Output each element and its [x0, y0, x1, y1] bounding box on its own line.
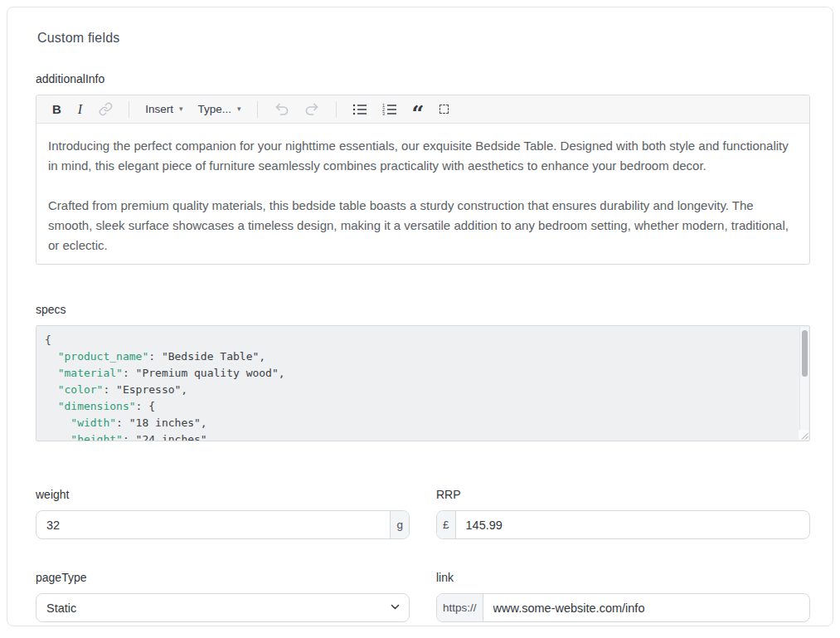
caret-down-icon: ▾ — [237, 105, 241, 113]
rrp-field: RRP £ — [436, 488, 810, 539]
rich-text-editor: B I Insert ▾ Type... ▾ — [36, 95, 810, 265]
redo-button[interactable] — [298, 98, 327, 121]
rrp-input-group: £ — [436, 510, 810, 539]
specs-scrollbar[interactable] — [799, 327, 808, 430]
italic-button[interactable]: I — [70, 98, 90, 121]
page-type-select[interactable]: Static — [36, 593, 410, 622]
pagetype-link-row: pageType Static link https:// — [36, 571, 810, 622]
weight-rrp-row: weight g RRP £ — [36, 488, 810, 539]
rrp-input[interactable] — [456, 511, 809, 538]
weight-field: weight g — [36, 488, 410, 539]
specs-section: specs { "product_name": "Bedside Table",… — [36, 303, 810, 441]
editor-paragraph: Introducing the perfect companion for yo… — [48, 136, 798, 176]
specs-code-content: { "product_name": "Bedside Table", "mate… — [36, 326, 809, 441]
scrollbar-thumb[interactable] — [802, 330, 808, 377]
editor-toolbar: B I Insert ▾ Type... ▾ — [36, 95, 809, 124]
dashed-square-icon — [439, 105, 449, 114]
container-block-button[interactable] — [433, 98, 455, 121]
undo-button[interactable] — [267, 98, 296, 121]
link-input[interactable] — [483, 594, 809, 621]
type-dropdown-label: Type... — [197, 103, 231, 115]
bullet-list-icon — [352, 104, 367, 115]
page-type-field: pageType Static — [36, 571, 410, 622]
link-button[interactable] — [92, 98, 119, 121]
additional-info-section: additionalInfo B I Insert ▾ Type... ▾ — [36, 72, 810, 265]
ordered-list-icon: 123 — [382, 104, 397, 115]
redo-icon — [304, 102, 320, 116]
page-type-select-wrap: Static — [36, 593, 410, 622]
blockquote-button[interactable]: “ — [405, 98, 431, 121]
svg-text:3: 3 — [382, 111, 385, 115]
additional-info-label: additionalInfo — [36, 72, 810, 85]
toolbar-divider — [336, 101, 337, 118]
link-icon — [99, 102, 113, 116]
type-dropdown[interactable]: Type... ▾ — [190, 100, 248, 119]
bold-button[interactable]: B — [46, 98, 68, 121]
weight-unit-addon: g — [390, 511, 409, 538]
weight-input-group: g — [36, 510, 410, 539]
editor-paragraph: Crafted from premium quality materials, … — [48, 196, 798, 256]
editor-content[interactable]: Introducing the perfect companion for yo… — [36, 124, 809, 264]
specs-label: specs — [36, 303, 810, 316]
toolbar-divider — [257, 101, 258, 118]
page-type-label: pageType — [36, 571, 410, 584]
caret-down-icon: ▾ — [179, 105, 183, 113]
currency-addon: £ — [437, 511, 456, 538]
toolbar-divider — [129, 101, 129, 118]
insert-dropdown-label: Insert — [145, 103, 173, 115]
undo-icon — [274, 102, 289, 116]
rrp-label: RRP — [436, 488, 810, 501]
link-field: link https:// — [436, 571, 810, 622]
link-label: link — [436, 571, 810, 584]
custom-fields-card: Custom fields additionalInfo B I Insert … — [7, 7, 833, 626]
protocol-addon: https:// — [437, 594, 483, 621]
insert-dropdown[interactable]: Insert ▾ — [138, 100, 190, 119]
specs-code-editor[interactable]: { "product_name": "Bedside Table", "mate… — [36, 325, 810, 441]
weight-label: weight — [36, 488, 410, 501]
resize-grip-icon[interactable] — [799, 430, 808, 440]
card-title: Custom fields — [37, 31, 811, 46]
link-input-group: https:// — [436, 593, 810, 622]
bullet-list-button[interactable] — [346, 98, 374, 121]
weight-input[interactable] — [36, 511, 390, 538]
ordered-list-button[interactable]: 123 — [376, 98, 404, 121]
